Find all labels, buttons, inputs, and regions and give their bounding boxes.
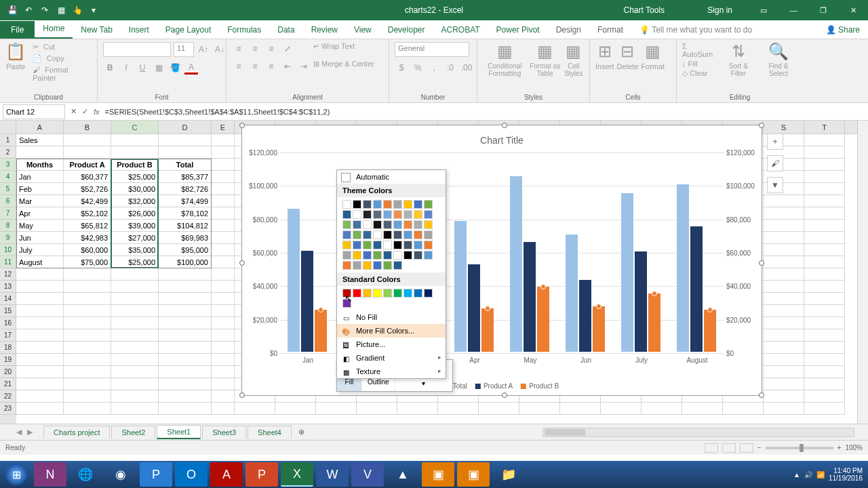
- bar-Product A[interactable]: [690, 226, 703, 352]
- cell[interactable]: [64, 329, 111, 342]
- number-format[interactable]: General: [395, 42, 469, 57]
- cell[interactable]: $104,812: [159, 220, 212, 232]
- cell[interactable]: [212, 256, 235, 268]
- shrink-font-icon[interactable]: A↓: [213, 43, 226, 56]
- cell[interactable]: [764, 207, 804, 220]
- color-swatch[interactable]: [424, 289, 433, 298]
- cell[interactable]: Sales Report: [16, 134, 64, 146]
- color-swatch[interactable]: [424, 251, 433, 260]
- cell[interactable]: [212, 390, 235, 403]
- cell[interactable]: [235, 403, 275, 415]
- cell[interactable]: [111, 329, 159, 342]
- color-swatch[interactable]: [353, 200, 361, 209]
- cell[interactable]: [601, 403, 642, 415]
- cell[interactable]: [64, 281, 111, 293]
- cell[interactable]: [357, 403, 397, 415]
- font-name[interactable]: [103, 42, 171, 57]
- cell[interactable]: [804, 244, 845, 256]
- close-icon[interactable]: ✕: [838, 0, 868, 20]
- bar-Total[interactable]: [566, 235, 578, 352]
- cell[interactable]: [804, 342, 845, 354]
- row-header[interactable]: 23: [0, 403, 16, 415]
- cell[interactable]: [804, 159, 845, 171]
- cell[interactable]: [64, 293, 111, 305]
- color-swatch[interactable]: [403, 220, 412, 229]
- color-swatch[interactable]: [373, 220, 382, 229]
- cell[interactable]: $75,000: [64, 256, 111, 268]
- color-swatch[interactable]: [342, 289, 351, 298]
- cell[interactable]: $35,000: [111, 244, 159, 256]
- theme-colors[interactable]: [337, 197, 446, 272]
- color-swatch[interactable]: [393, 289, 402, 298]
- color-swatch[interactable]: [424, 210, 433, 219]
- bar-Product B[interactable]: [315, 310, 327, 352]
- more-fill-colors[interactable]: 🎨More Fill Colors...: [337, 324, 446, 338]
- tab-newtab[interactable]: New Tab: [73, 21, 120, 39]
- color-swatch[interactable]: [383, 241, 392, 249]
- color-swatch[interactable]: [403, 200, 412, 209]
- bar-Product A[interactable]: [301, 251, 313, 352]
- color-swatch[interactable]: [342, 220, 351, 229]
- clear-button[interactable]: ◇ Clear: [682, 69, 717, 78]
- cell[interactable]: [159, 354, 212, 366]
- cell[interactable]: [212, 317, 235, 329]
- cell[interactable]: [159, 342, 212, 354]
- cell[interactable]: [764, 232, 804, 244]
- row-header[interactable]: 17: [0, 329, 16, 342]
- cell[interactable]: [316, 403, 357, 415]
- cell[interactable]: $69,983: [159, 232, 212, 244]
- row-header[interactable]: 16: [0, 317, 16, 329]
- row-header[interactable]: 5: [0, 183, 16, 195]
- color-swatch[interactable]: [403, 289, 412, 298]
- color-swatch[interactable]: [363, 210, 372, 219]
- formula-bar[interactable]: =SERIES(Sheet1!$C$3,Sheet1!$A$4:$A$11,Sh…: [105, 108, 330, 116]
- cell[interactable]: [159, 390, 212, 403]
- redo-icon[interactable]: ↷: [38, 3, 52, 17]
- cell[interactable]: [111, 354, 159, 366]
- cell[interactable]: [64, 317, 111, 329]
- find-select-button[interactable]: 🔍Find & Select: [760, 42, 797, 77]
- color-swatch[interactable]: [383, 230, 392, 239]
- bar-Total[interactable]: [288, 209, 300, 352]
- cell[interactable]: [804, 378, 845, 390]
- align-left-icon[interactable]: ≡: [232, 60, 245, 73]
- new-sheet-button[interactable]: ⊕: [293, 426, 310, 439]
- align-center-icon[interactable]: ≡: [248, 60, 262, 73]
- chart-legend[interactable]: Total Product A Product B: [445, 382, 559, 390]
- cell[interactable]: [64, 268, 111, 281]
- cut-button[interactable]: ✂ Cut: [30, 42, 92, 52]
- merge-button[interactable]: ⊞ Merge & Center: [313, 60, 374, 73]
- cell[interactable]: [804, 195, 845, 207]
- color-swatch[interactable]: [424, 200, 433, 209]
- comma-icon[interactable]: ,: [427, 61, 441, 75]
- cell[interactable]: [16, 268, 64, 281]
- color-swatch[interactable]: [414, 200, 422, 209]
- chart-object[interactable]: Chart Title $0$0$20,000$20,000$40,000$40…: [241, 125, 762, 396]
- cell[interactable]: [159, 329, 212, 342]
- cell[interactable]: [111, 366, 159, 378]
- cell[interactable]: May: [16, 220, 64, 232]
- cell[interactable]: [111, 293, 159, 305]
- cell[interactable]: [212, 134, 235, 146]
- cancel-icon[interactable]: ✕: [71, 107, 77, 116]
- horizontal-scrollbar[interactable]: [542, 428, 854, 437]
- cell[interactable]: [111, 134, 159, 146]
- cell[interactable]: [16, 329, 64, 342]
- taskbar-app[interactable]: P: [140, 462, 172, 487]
- color-swatch[interactable]: [414, 230, 422, 239]
- cell[interactable]: $95,000: [159, 244, 212, 256]
- cell[interactable]: [111, 403, 159, 415]
- ribbon-options-icon[interactable]: ▭: [749, 0, 778, 20]
- cell[interactable]: $65,812: [64, 220, 111, 232]
- cell[interactable]: $42,983: [64, 232, 111, 244]
- color-swatch[interactable]: [373, 230, 382, 239]
- inc-indent-icon[interactable]: ⇥: [297, 60, 311, 73]
- color-swatch[interactable]: [363, 241, 372, 249]
- row-header[interactable]: 2: [0, 146, 16, 159]
- bar-Total[interactable]: [510, 176, 522, 352]
- cell[interactable]: [16, 366, 64, 378]
- sheet-tab[interactable]: Sheet2: [111, 426, 155, 439]
- cell[interactable]: [16, 354, 64, 366]
- percent-icon[interactable]: %: [411, 61, 425, 75]
- align-bot-icon[interactable]: ≡: [264, 42, 278, 56]
